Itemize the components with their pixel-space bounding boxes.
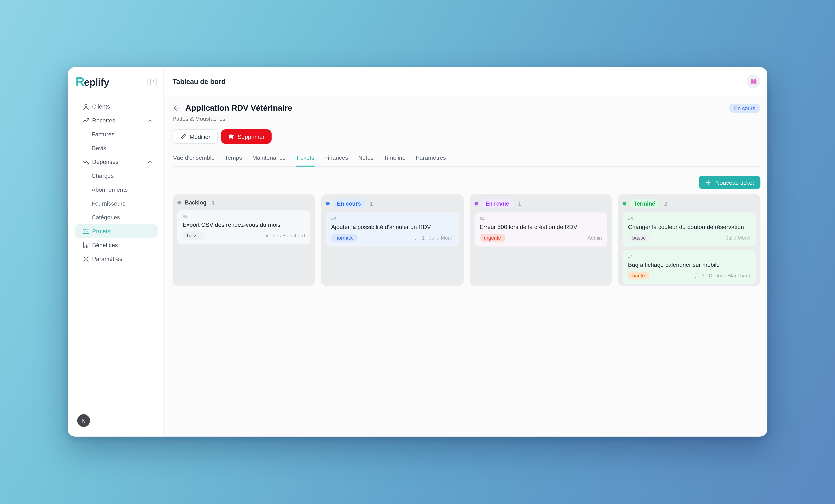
edit-button-label: Modifier bbox=[189, 133, 210, 140]
ticket-id: #5 bbox=[628, 216, 750, 222]
sidebar-item-label: Recettes bbox=[92, 117, 147, 124]
sidebar-item-devis[interactable]: Devis bbox=[75, 141, 158, 155]
content-area: Application RDV Vétérinaire En cours Pat… bbox=[164, 96, 767, 437]
back-arrow-icon[interactable] bbox=[172, 104, 181, 112]
new-ticket-label: Nouveau ticket bbox=[715, 179, 754, 186]
ticket-card[interactable]: #3 Export CSV des rendez-vous du mois ba… bbox=[177, 210, 310, 244]
column-termine: Terminé 2 #5 Changer la couleur du bouto… bbox=[618, 194, 760, 286]
ticket-assignee: Dr. Inès Blanchard bbox=[709, 273, 750, 278]
project-status-badge: En cours bbox=[729, 104, 760, 113]
app-badge[interactable] bbox=[747, 75, 760, 88]
ticket-card[interactable]: #5 Changer la couleur du bouton de réser… bbox=[623, 212, 756, 246]
topbar: Tableau de bord bbox=[164, 67, 767, 96]
sidebar-item-charges[interactable]: Charges bbox=[75, 169, 158, 183]
tab-parametres[interactable]: Parametres bbox=[415, 154, 446, 166]
column-label: Terminé bbox=[630, 199, 659, 208]
ticket-assignee: Julie Morel bbox=[429, 235, 453, 241]
sidebar-item-label: Fournisseurs bbox=[91, 200, 153, 207]
sidebar-item-label: Devis bbox=[91, 145, 153, 151]
project-client: Pattes & Moustaches bbox=[172, 115, 760, 122]
sidebar-item-recettes[interactable]: Recettes bbox=[75, 113, 158, 127]
main-panel: Tableau de bord Application RDV Vétérina… bbox=[164, 67, 767, 437]
ticket-card[interactable]: #1 Bug affichage calendrier sur mobile h… bbox=[623, 250, 756, 284]
column-backlog: Backlog 1 #3 Export CSV des rendez-vous … bbox=[172, 194, 315, 286]
pencil-icon bbox=[180, 133, 186, 140]
column-count: 2 bbox=[664, 201, 667, 206]
priority-badge: basse bbox=[628, 234, 650, 242]
ticket-id: #3 bbox=[183, 214, 305, 219]
priority-badge: urgente bbox=[480, 234, 505, 242]
en-cours-dot bbox=[326, 202, 329, 205]
sidebar-nav: Clients Recettes Factures Devis bbox=[68, 96, 163, 266]
delete-button[interactable]: Supprimer bbox=[221, 129, 271, 144]
sidebar-item-label: Projets bbox=[92, 228, 153, 234]
ticket-id: #2 bbox=[331, 216, 453, 222]
delete-button-label: Supprimer bbox=[238, 133, 265, 140]
replify-logo: Replify bbox=[76, 75, 109, 89]
en-revue-dot bbox=[474, 202, 478, 205]
user-avatar[interactable]: N bbox=[77, 414, 90, 427]
folder-kanban-icon bbox=[82, 227, 90, 235]
logo-r-mark: R bbox=[76, 75, 84, 89]
column-label: Backlog bbox=[185, 199, 207, 206]
column-en-revue: En revue 1 #4 Erreur 500 lors de la créa… bbox=[469, 194, 612, 286]
priority-badge: normale bbox=[331, 234, 358, 242]
ticket-card[interactable]: #2 Ajouter la possibilité d'annuler un R… bbox=[326, 212, 459, 246]
tab-temps[interactable]: Temps bbox=[224, 154, 243, 166]
sidebar-item-benefices[interactable]: Bénéfices bbox=[75, 238, 158, 252]
tab-tickets[interactable]: Tickets bbox=[296, 154, 315, 166]
sidebar-item-projets[interactable]: Projets bbox=[75, 224, 158, 238]
tab-maintenance[interactable]: Maintenance bbox=[252, 154, 286, 166]
sidebar-collapse-icon[interactable] bbox=[147, 78, 157, 86]
gamepad-icon bbox=[750, 78, 757, 85]
edit-button[interactable]: Modifier bbox=[172, 129, 218, 144]
comment-count: 3 bbox=[701, 273, 704, 278]
sidebar-item-abonnements[interactable]: Abonnements bbox=[75, 183, 158, 196]
column-label: En revue bbox=[482, 199, 513, 208]
priority-badge: haute bbox=[628, 272, 649, 279]
sidebar-item-factures[interactable]: Factures bbox=[75, 127, 158, 141]
sidebar-item-label: Paramètres bbox=[92, 255, 153, 262]
logo-text: eplify bbox=[84, 77, 109, 88]
tab-notes[interactable]: Notes bbox=[358, 154, 374, 166]
ticket-title: Export CSV des rendez-vous du mois bbox=[183, 222, 305, 228]
ticket-assignee: Dr. Inès Blanchard bbox=[263, 233, 305, 238]
desktop-background: Replify Clients Recettes bbox=[0, 0, 835, 504]
sidebar: Replify Clients Recettes bbox=[68, 67, 164, 437]
new-ticket-button[interactable]: Nouveau ticket bbox=[699, 175, 760, 189]
comment-count: 1 bbox=[422, 235, 425, 241]
tab-timeline[interactable]: Timeline bbox=[383, 154, 406, 166]
ticket-title: Changer la couleur du bouton de réservat… bbox=[628, 224, 750, 230]
sidebar-item-label: Charges bbox=[91, 172, 153, 179]
chevron-up-icon bbox=[147, 117, 153, 123]
ticket-title: Erreur 500 lors de la création de RDV bbox=[480, 224, 602, 230]
sidebar-item-label: Abonnements bbox=[91, 186, 153, 193]
sidebar-item-clients[interactable]: Clients bbox=[75, 100, 158, 113]
ticket-title: Bug affichage calendrier sur mobile bbox=[628, 261, 750, 268]
tab-vue-densemble[interactable]: Vue d'ensemble bbox=[172, 154, 215, 166]
sidebar-item-depenses[interactable]: Dépenses bbox=[75, 155, 158, 169]
project-title: Application RDV Vétérinaire bbox=[185, 103, 292, 113]
column-count: 1 bbox=[518, 201, 521, 206]
trash-icon bbox=[228, 133, 235, 140]
column-count: 1 bbox=[212, 200, 215, 205]
bar-chart-icon bbox=[82, 241, 90, 249]
sidebar-item-label: Dépenses bbox=[92, 159, 147, 165]
column-count: 1 bbox=[370, 201, 373, 206]
sidebar-item-parametres[interactable]: Paramètres bbox=[75, 252, 158, 266]
sidebar-item-label: Bénéfices bbox=[92, 242, 153, 248]
column-label: En cours bbox=[333, 199, 365, 208]
column-en-cours: En cours 1 #2 Ajouter la possibilité d'a… bbox=[321, 194, 464, 286]
chevron-up-icon bbox=[147, 159, 153, 165]
sidebar-item-categories[interactable]: Catégories bbox=[75, 210, 158, 224]
tab-finances[interactable]: Finances bbox=[324, 154, 349, 166]
trending-down-icon bbox=[82, 158, 90, 166]
backlog-dot bbox=[177, 201, 181, 204]
gear-icon bbox=[82, 255, 90, 263]
ticket-assignee: Julie Morel bbox=[726, 235, 750, 241]
page-title: Tableau de bord bbox=[172, 78, 226, 85]
sidebar-item-fournisseurs[interactable]: Fournisseurs bbox=[75, 196, 158, 210]
ticket-card[interactable]: #4 Erreur 500 lors de la création de RDV… bbox=[474, 212, 607, 246]
sidebar-item-label: Clients bbox=[92, 103, 153, 110]
plus-icon bbox=[705, 179, 712, 186]
